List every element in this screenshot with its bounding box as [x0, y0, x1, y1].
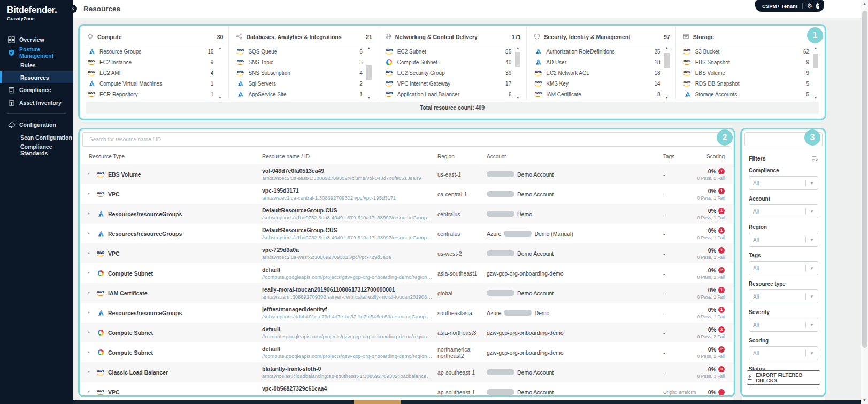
scrollbar-thumb[interactable] — [813, 54, 818, 68]
category-resource-item[interactable]: AppService Site 1 — [236, 89, 362, 100]
category-resource-item[interactable]: aws EC2 Instance 9 — [87, 57, 213, 67]
table-row[interactable]: ▸ aws VPC vpc-729d3a0a arn:aws:ec2:us-we… — [80, 243, 733, 263]
category-resource-item[interactable]: aws Application Load Balancer 6 — [385, 89, 511, 100]
category-resource-item[interactable]: AD User 18 — [534, 57, 660, 67]
expand-caret-icon[interactable]: ▸ — [88, 191, 90, 196]
category-resource-item[interactable]: aws S3 Bucket 62 — [683, 46, 809, 57]
expand-caret-icon[interactable]: ▸ — [88, 250, 90, 255]
scroll-down-icon[interactable]: ▼ — [812, 96, 819, 100]
scroll-up-icon[interactable]: ▲ — [664, 46, 670, 50]
category-resource-item[interactable]: aws ECR Repository 1 — [87, 89, 213, 100]
provider-icon: aws — [534, 80, 542, 87]
horizontal-scrollbar-thumb[interactable] — [354, 400, 401, 404]
category-resource-item[interactable]: Compute Virtual Machines 1 — [87, 78, 213, 89]
category-resource-item[interactable]: aws EBS Volume 9 — [683, 67, 809, 78]
filter-select[interactable]: All ▼ — [749, 318, 818, 332]
sidebar-item-label: Posture Management — [19, 46, 73, 59]
category-resource-item[interactable]: Authorization RoleDefinitions 25 — [534, 46, 660, 57]
gear-icon[interactable]: ⚙ — [807, 3, 813, 9]
category-scrollbar[interactable]: ▲ ▼ — [217, 46, 223, 100]
table-row[interactable]: ▸ Compute Subnet default //compute.googl… — [80, 323, 733, 342]
expand-caret-icon[interactable]: ▸ — [88, 231, 90, 235]
category-resource-item[interactable]: aws SQS Queue 6 — [236, 46, 362, 57]
table-row[interactable]: ▸ Resources/resourceGroups jefftestmanag… — [80, 303, 733, 323]
scroll-down-icon[interactable]: ▼ — [217, 96, 223, 100]
table-row[interactable]: ▸ Compute Subnet default //compute.googl… — [80, 263, 733, 283]
table-row[interactable]: ▸ Compute Subnet default //compute.googl… — [80, 342, 733, 362]
sidebar-item-scan-configuration[interactable]: Scan Configuration — [0, 131, 73, 143]
expand-caret-icon[interactable]: ▸ — [88, 349, 90, 354]
filter-select[interactable]: All ▼ — [749, 204, 818, 218]
category-scrollbar[interactable]: ▲ ▼ — [366, 46, 372, 100]
category-resource-item[interactable]: aws EC2 Subnet 55 — [385, 46, 511, 57]
category-resource-item[interactable]: aws SNS Subscription 4 — [236, 67, 362, 78]
sidebar-item-asset-inventory[interactable]: Asset Inventory — [0, 96, 73, 109]
scrollbar-thumb[interactable] — [664, 53, 670, 68]
category-resource-item[interactable]: aws SNS Topic 5 — [236, 57, 362, 67]
table-row[interactable]: ▸ aws IAM Certificate really-moral-touca… — [80, 283, 733, 303]
horizontal-scrollbar[interactable] — [73, 400, 861, 404]
category-scrollbar[interactable]: ▲ ▼ — [664, 46, 670, 100]
table-row[interactable]: ▸ aws EBS Volume vol-043d7c0fa0513ea49 a… — [80, 164, 733, 184]
table-row[interactable]: ▸ aws Classic Load Balancer blatantly-fr… — [80, 362, 733, 382]
filter-select[interactable]: All ▼ — [749, 289, 818, 303]
scroll-up-icon[interactable]: ▲ — [861, 2, 868, 6]
scroll-down-icon[interactable]: ▼ — [664, 96, 670, 100]
expand-caret-icon[interactable]: ▸ — [88, 330, 90, 334]
vertical-scrollbar-thumb[interactable] — [862, 11, 867, 348]
category-resource-item[interactable]: Sql Servers 2 — [236, 78, 362, 89]
scroll-up-icon[interactable]: ▲ — [812, 46, 819, 50]
filter-select[interactable]: All ▼ — [749, 261, 818, 275]
table-row[interactable]: ▸ Resources/resourceGroups DefaultResour… — [80, 224, 733, 243]
expand-caret-icon[interactable]: ▸ — [88, 211, 90, 216]
category-resource-item[interactable]: Storage Accounts 5 — [683, 89, 809, 100]
scroll-down-icon[interactable]: ▼ — [514, 96, 521, 100]
category-resource-item[interactable]: aws VPC Internet Gateway 17 — [385, 78, 511, 89]
sidebar-collapse-button[interactable]: ‹ — [69, 5, 77, 13]
expand-caret-icon[interactable]: ▸ — [88, 310, 90, 315]
row-resource-id: /subscriptions/c1bd9732-5da8-4049-b679-5… — [262, 215, 432, 220]
category-scrollbar[interactable]: ▲ ▼ — [812, 46, 819, 100]
category-resource-item[interactable]: Compute Subnet 40 — [385, 57, 511, 67]
expand-caret-icon[interactable]: ▸ — [88, 290, 90, 295]
category-scrollbar[interactable]: ▲ ▼ — [514, 46, 521, 100]
category-resource-item[interactable]: Resource Groups 15 — [87, 46, 213, 57]
export-filtered-checks-button[interactable]: EXPORT FILTERED CHECKS — [747, 370, 820, 385]
scrollbar-thumb[interactable] — [366, 65, 372, 80]
sidebar-item-posture-management[interactable]: Posture Management — [0, 46, 73, 59]
expand-caret-icon[interactable]: ▸ — [88, 369, 90, 374]
search-input[interactable] — [88, 136, 707, 143]
sidebar-item-rules[interactable]: Rules — [0, 59, 73, 71]
category-resource-item[interactable]: aws EC2 Network ACL 18 — [534, 67, 660, 78]
scroll-down-icon[interactable]: ▼ — [861, 398, 868, 402]
filter-select[interactable]: All ▼ — [749, 176, 818, 190]
scroll-down-icon[interactable]: ▼ — [366, 96, 372, 100]
category-resource-item[interactable]: aws EC2 AMI 4 — [87, 67, 213, 78]
table-row[interactable]: ▸ aws VPC vpc-195d3171 arn:aws:ec2:ca-ce… — [80, 184, 733, 204]
sidebar-item-compliance[interactable]: Compliance — [0, 83, 73, 96]
sidebar-item-compliance-standards[interactable]: Compliance Standards — [0, 143, 73, 156]
expand-caret-icon[interactable]: ▸ — [88, 171, 90, 176]
category-resource-item[interactable]: aws KMS Key 14 — [534, 78, 660, 89]
category-resource-item[interactable]: aws IAM Certificate 8 — [534, 89, 660, 100]
scroll-up-icon[interactable]: ▲ — [514, 46, 521, 50]
expand-caret-icon[interactable]: ▸ — [88, 389, 90, 394]
sidebar-item-configuration[interactable]: Configuration — [0, 118, 73, 131]
table-row[interactable]: ▸ Resources/resourceGroups DefaultResour… — [80, 204, 733, 224]
tenant-switcher[interactable]: CSPM+ Tenant ⚙ ? — [755, 0, 824, 12]
filter-select[interactable]: All ▼ — [749, 346, 818, 360]
scrollbar-thumb[interactable] — [515, 52, 520, 67]
scroll-up-icon[interactable]: ▲ — [217, 46, 223, 50]
scroll-up-icon[interactable]: ▲ — [366, 46, 372, 50]
vertical-scrollbar[interactable]: ▲ ▼ — [861, 0, 868, 404]
sidebar-item-overview[interactable]: Overview — [0, 33, 73, 46]
filter-list-icon[interactable] — [811, 155, 818, 162]
filter-select[interactable]: All ▼ — [749, 233, 818, 247]
expand-caret-icon[interactable]: ▸ — [88, 270, 90, 275]
help-icon[interactable]: ? — [816, 3, 819, 9]
table-row[interactable]: ▸ aws VPC vpc-0b56827329c61caa4 ap-south… — [80, 382, 733, 400]
sidebar-item-resources[interactable]: Resources — [0, 71, 73, 83]
category-resource-item[interactable]: aws RDS DB Snapshot 5 — [683, 78, 809, 89]
category-resource-item[interactable]: aws EC2 Security Group 39 — [385, 67, 511, 78]
category-resource-item[interactable]: aws EBS Snapshot 9 — [683, 57, 809, 67]
